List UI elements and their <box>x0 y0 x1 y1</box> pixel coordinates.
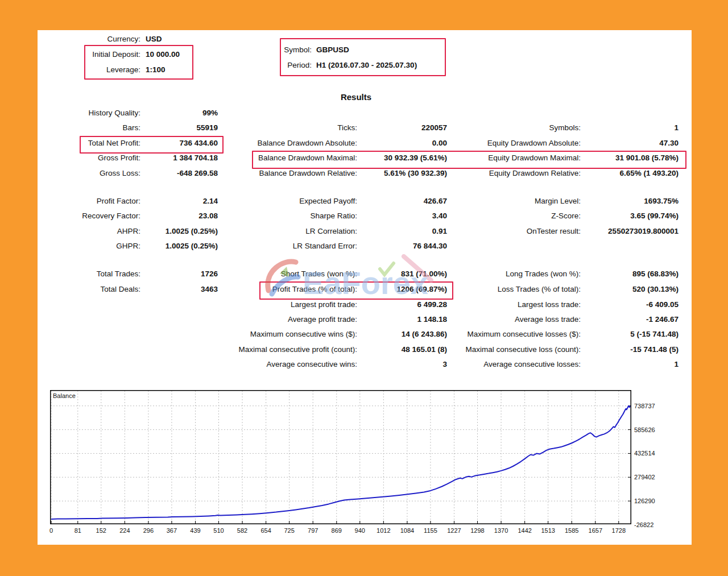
stat-value: 895 (68.83%) <box>582 270 679 278</box>
stat-label: Maximum consecutive wins ($): <box>218 330 357 338</box>
x-axis-tick-label: 1513 <box>535 527 561 534</box>
stat-label: Bars: <box>38 123 140 132</box>
x-axis-tick-label: 0 <box>38 527 64 534</box>
stat-row: Maximum consecutive wins ($):14 (6 243.8… <box>38 330 692 341</box>
stat-value: 14 (6 243.86) <box>359 330 447 338</box>
stat-value: 520 (30.13%) <box>582 285 679 293</box>
stat-value: 736 434.60 <box>143 139 218 147</box>
stat-value: -6 409.05 <box>582 300 679 309</box>
stat-value: 2.14 <box>143 197 218 205</box>
leverage-value: 1:100 <box>146 65 166 74</box>
x-axis-tick-label: 1728 <box>606 527 632 534</box>
x-axis-tick-label: 439 <box>182 527 208 534</box>
period-value: H1 (2016.07.30 - 2025.07.30) <box>316 61 417 69</box>
stat-label: Balance Drawdown Absolute: <box>218 139 357 147</box>
stat-row: Bars:55919Ticks:220057Symbols:1 <box>38 123 692 135</box>
x-axis-tick-label: 797 <box>300 527 326 534</box>
stat-value: 1693.75% <box>582 197 679 205</box>
stat-label: Equity Drawdown Absolute: <box>457 139 581 147</box>
balance-chart <box>50 390 631 524</box>
report-content: Currency: USD Initial Deposit: 10 000.00… <box>38 30 692 545</box>
stat-label: Average loss trade: <box>457 315 581 324</box>
stat-label: Total Net Profit: <box>38 139 140 147</box>
currency-value: USD <box>146 35 162 43</box>
stat-row: Gross Profit:1 384 704.18Balance Drawdow… <box>38 154 692 165</box>
stat-label: LR Correlation: <box>218 227 357 235</box>
stat-value: 2550273019.800001 <box>582 227 679 235</box>
stat-label: LR Standard Error: <box>218 242 357 250</box>
x-axis-tick-label: 1585 <box>559 527 585 534</box>
stat-label: Maximal consecutive loss (count): <box>457 345 581 354</box>
stat-label: Total Deals: <box>38 285 140 293</box>
symbol-label: Symbol: <box>232 45 312 54</box>
stat-label: Long Trades (won %): <box>457 270 581 278</box>
x-axis-tick-label: 152 <box>88 527 114 534</box>
stat-row: Total Deals:3463Profit Trades (% of tota… <box>38 285 692 296</box>
stat-value: 48 165.01 (8) <box>359 345 447 354</box>
x-axis-tick-label: 1012 <box>370 527 396 534</box>
stat-value: 5 (-15 741.48) <box>582 330 679 338</box>
stat-value: 5.61% (30 932.39) <box>359 169 447 177</box>
stat-value: 1206 (69.87%) <box>359 285 447 293</box>
stat-value: 1 <box>582 360 679 368</box>
stat-value: 1 148.18 <box>359 315 447 324</box>
stat-label: Maximal consecutive profit (count): <box>218 345 357 354</box>
stat-value: -15 741.48 (5) <box>582 345 679 354</box>
stat-label: Symbols: <box>457 123 581 132</box>
stat-value: 1 <box>582 123 679 132</box>
stat-value: 831 (71.00%) <box>359 270 447 278</box>
stat-row: Average consecutive wins:3Average consec… <box>38 360 692 371</box>
stat-label: OnTester result: <box>457 227 581 235</box>
stat-label: Z-Score: <box>457 212 581 220</box>
x-axis-tick-label: 1370 <box>488 527 514 534</box>
stat-row: Gross Loss:-648 269.58Balance Drawdown R… <box>38 169 692 180</box>
stat-label: Margin Level: <box>457 197 581 205</box>
x-axis-tick-label: 1155 <box>417 527 444 534</box>
stat-label: Largest loss trade: <box>457 300 581 309</box>
y-axis-tick-label: 738737 <box>634 403 655 409</box>
stat-value: 0.00 <box>359 139 447 147</box>
x-axis-tick-label: 224 <box>111 527 138 534</box>
stat-value: 1726 <box>143 270 218 278</box>
stat-value: 99% <box>143 109 218 117</box>
x-axis-tick-label: 81 <box>65 527 91 534</box>
report-page: { "header": { "currency_label": "Currenc… <box>0 0 728 576</box>
stat-label: Total Trades: <box>38 270 140 278</box>
currency-label: Currency: <box>38 35 140 43</box>
x-axis-tick-label: 1227 <box>441 527 468 534</box>
y-axis-tick-label: 585626 <box>634 426 655 433</box>
stat-row: Recovery Factor:23.08Sharpe Ratio:3.40Z-… <box>38 212 692 223</box>
balance-line <box>51 406 630 519</box>
stat-label: Maximum consecutive losses ($): <box>457 330 581 338</box>
stat-value: 23.08 <box>143 212 218 220</box>
stat-row: Total Trades:1726Short Trades (won %):83… <box>38 270 692 281</box>
stat-label: Average consecutive losses: <box>457 360 581 368</box>
stat-row: Total Net Profit:736 434.60Balance Drawd… <box>38 139 692 150</box>
stat-value: 220057 <box>359 123 447 132</box>
stat-label: Sharpe Ratio: <box>218 212 357 220</box>
initial-deposit-label: Initial Deposit: <box>38 50 140 59</box>
stat-value: 76 844.30 <box>359 242 447 250</box>
y-axis-tick-label: 126290 <box>634 498 655 504</box>
stat-row: AHPR:1.0025 (0.25%)LR Correlation:0.91On… <box>38 227 692 238</box>
y-axis-tick-label: -26822 <box>634 521 653 528</box>
symbol-value: GBPUSD <box>316 45 349 54</box>
stat-row: History Quality:99% <box>38 109 692 120</box>
stat-label: Expected Payoff: <box>218 197 357 205</box>
stat-value: 6.65% (1 493.20) <box>582 169 679 177</box>
stat-value: 31 901.08 (5.78%) <box>582 154 679 162</box>
stat-label: Average consecutive wins: <box>218 360 357 368</box>
stat-value: 3.65 (99.74%) <box>582 212 679 220</box>
stat-value: 1 384 704.18 <box>143 154 218 162</box>
stat-value: 3.40 <box>359 212 447 220</box>
x-axis-tick-label: 1657 <box>582 527 609 534</box>
x-axis-tick-label: 869 <box>324 527 350 534</box>
stat-row: GHPR:1.0025 (0.25%)LR Standard Error:76 … <box>38 242 692 253</box>
x-axis-tick-label: 654 <box>253 527 279 534</box>
stat-label: Equity Drawdown Relative: <box>457 169 581 177</box>
x-axis-tick-label: 582 <box>229 527 255 534</box>
stat-value: 6 499.28 <box>359 300 447 309</box>
stat-value: 3463 <box>143 285 218 293</box>
chart-border <box>51 391 631 524</box>
stat-label: Ticks: <box>218 123 357 132</box>
